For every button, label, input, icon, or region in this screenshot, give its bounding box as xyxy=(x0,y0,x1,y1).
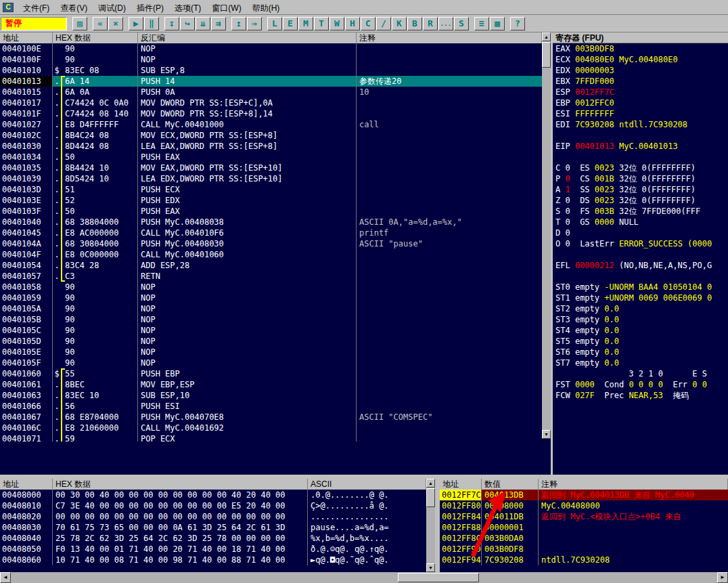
register-row[interactable]: Z 0 DS 0023 32位 0(FFFFFFFF) xyxy=(553,195,728,206)
register-row[interactable]: ST7 empty 0.0 xyxy=(553,358,728,368)
disasm-row[interactable]: 00401066.56PUSH ESI xyxy=(0,401,542,412)
disasm-row[interactable]: 00401071.59POP ECX xyxy=(0,433,542,441)
register-row[interactable]: EFL 00000212 (NO,NB,NE,A,NS,PO,G xyxy=(553,260,728,271)
dump-row[interactable]: 00408010C7 3E 40 00 00 00 00 00 00 00 00… xyxy=(0,500,426,511)
step-over-button[interactable]: ↪ xyxy=(180,17,195,30)
disasm-row[interactable]: 0040103D.51PUSH ECX xyxy=(0,184,542,195)
menu-item-file[interactable]: 文件(F) xyxy=(18,0,55,14)
disasm-row[interactable]: 00401054.83C4 28ADD ESP,28 xyxy=(0,260,542,271)
view-run-trace-button[interactable]: ... xyxy=(438,17,453,30)
disasm-row[interactable]: 0040101F.C74424 08 140MOV DWORD PTR SS:[… xyxy=(0,108,542,119)
menu-item-help[interactable]: 帮助(H) xyxy=(247,0,286,14)
scroll-down-button[interactable]: ▼ xyxy=(426,563,435,572)
disasm-row[interactable]: 00401027.E8 D4FFFFFFCALL MyC.00401000cal… xyxy=(0,119,542,130)
horizontal-scrollbar-thumb[interactable] xyxy=(398,573,479,582)
view-executables-button[interactable]: E xyxy=(283,17,298,30)
bottom-splitter[interactable] xyxy=(435,479,440,572)
view-log-button[interactable]: L xyxy=(267,17,282,30)
disasm-row[interactable]: 0040104A.68 30804000PUSH MyC.00408030ASC… xyxy=(0,238,542,249)
register-row[interactable]: T 0 GS 0000 NULL xyxy=(553,217,728,228)
disasm-row[interactable]: 00401057.C3RETN xyxy=(0,271,542,282)
register-row[interactable]: P 0 CS 001B 32位 0(FFFFFFFF) xyxy=(553,173,728,184)
register-row[interactable]: D 0 xyxy=(553,228,728,238)
open-button[interactable]: ▤ xyxy=(72,17,87,30)
disasm-row[interactable]: 0040105E90NOP xyxy=(0,347,542,358)
scroll-left-button[interactable]: ◄ xyxy=(0,572,11,583)
horizontal-scrollbar[interactable]: ◄ ► xyxy=(0,572,728,583)
close-button[interactable]: × xyxy=(108,17,123,30)
dump-row[interactable]: 0040804025 78 2C 62 3D 25 64 2C 62 3D 25… xyxy=(0,533,426,544)
disasm-row[interactable]: 00401017.C74424 0C 0A0MOV DWORD PTR SS:[… xyxy=(0,98,542,108)
menu-item-view[interactable]: 查看(V) xyxy=(55,0,93,14)
register-row[interactable]: ESI FFFFFFFF xyxy=(553,108,728,119)
view-call-stack-button[interactable]: K xyxy=(392,17,407,30)
dump-row[interactable]: 0040806010 71 40 00 08 71 40 00 98 71 40… xyxy=(0,555,426,565)
view-breakpoints-button[interactable]: B xyxy=(407,17,422,30)
disasm-row[interactable]: 0040100E90NOP xyxy=(0,43,542,54)
disasm-row[interactable]: 00401030.8D4424 08LEA EAX,DWORD PTR SS:[… xyxy=(0,141,542,152)
disasm-row[interactable]: 0040105990NOP xyxy=(0,293,542,303)
disasm-row[interactable]: 00401010$83EC 08SUB ESP,8 xyxy=(0,65,542,76)
until-return-button[interactable]: ↥ xyxy=(231,17,246,30)
disasm-row[interactable]: 00401035.8B4424 10MOV EAX,DWORD PTR SS:[… xyxy=(0,163,542,173)
view-source-button[interactable]: S xyxy=(454,17,469,30)
scroll-down-button[interactable]: ▼ xyxy=(542,430,551,439)
menu-item-window[interactable]: 窗口(W) xyxy=(206,0,246,14)
register-row[interactable]: EDX 00000003 xyxy=(553,65,728,76)
disasm-row[interactable]: 0040103F.50PUSH EAX xyxy=(0,206,542,217)
disasm-row[interactable]: 00401015.6A 0APUSH 0A10 xyxy=(0,87,542,98)
windows-list-button[interactable]: ▦ xyxy=(490,17,505,30)
register-row[interactable]: ST4 empty 0.0 xyxy=(553,325,728,336)
stack-row[interactable]: 0012FF8000408000MyC.00408000 xyxy=(440,500,728,511)
register-row[interactable]: S 0 FS 003B 32位 7FFDE000(FFF xyxy=(553,206,728,217)
disasm-row[interactable]: 0040103E.52PUSH EDX xyxy=(0,195,542,206)
register-row[interactable]: EDI 7C930208 ntdll.7C930208 xyxy=(553,119,728,130)
disasm-row[interactable]: 0040105A90NOP xyxy=(0,303,542,314)
stack-row[interactable]: 0012FF8800000001 xyxy=(440,522,728,533)
stack-row[interactable]: 0012FF84004011DB返回到 MyC.<模块入口点>+0B4 来自 xyxy=(440,511,728,522)
view-references-button[interactable]: R xyxy=(423,17,438,30)
dump-row[interactable]: 00408050F0 13 40 00 01 71 40 00 20 71 40… xyxy=(0,544,426,555)
disasm-row[interactable]: 00401039.8D5424 10LEA EDX,DWORD PTR SS:[… xyxy=(0,173,542,184)
disasm-row[interactable]: 0040102C.8B4C24 08MOV ECX,DWORD PTR SS:[… xyxy=(0,130,542,141)
disasm-row[interactable]: 0040105F90NOP xyxy=(0,358,542,368)
register-row[interactable]: EIP 00401013 MyC.00401013 xyxy=(553,141,728,152)
disasm-row[interactable]: 0040100F90NOP xyxy=(0,54,542,65)
register-row[interactable]: ST3 empty 0.0 xyxy=(553,314,728,325)
step-into-button[interactable]: ↧ xyxy=(164,17,179,30)
register-row[interactable]: EBX 7FFDF000 xyxy=(553,76,728,87)
dump-row[interactable]: 0040803070 61 75 73 65 00 00 00 0A 61 3D… xyxy=(0,522,426,533)
register-row[interactable]: ECX 004080E0 MyC.004080E0 xyxy=(553,54,728,65)
appearance-button[interactable]: ≡ xyxy=(474,17,489,30)
menu-item-debug[interactable]: 调试(D) xyxy=(93,0,131,14)
scroll-right-button[interactable]: ► xyxy=(717,572,728,583)
disasm-row[interactable]: 00401040.68 38804000PUSH MyC.00408038ASC… xyxy=(0,217,542,228)
stack-row[interactable]: 0012FF7C004013DB返回到 MyC.004013DB 来自 MyC.… xyxy=(440,490,728,500)
help-button[interactable]: ? xyxy=(510,17,525,30)
goto-button[interactable]: ⇒ xyxy=(247,17,262,30)
disasm-row[interactable]: 0040105890NOP xyxy=(0,282,542,293)
stack-row[interactable]: 0012FF8C003B0DA0 xyxy=(440,533,728,544)
disasm-row[interactable]: 00401063.83EC 10SUB ESP,10 xyxy=(0,390,542,401)
animate-over-button[interactable]: ⇉ xyxy=(211,17,226,30)
stack-row[interactable]: 0012FF90003B0DF8 xyxy=(440,544,728,555)
disasm-row[interactable]: 0040104F.E8 0C000000CALL MyC.00401060 xyxy=(0,249,542,260)
run-button[interactable]: ▶ xyxy=(129,17,143,30)
disasm-row[interactable]: 00401061.8BECMOV EBP,ESP xyxy=(0,379,542,390)
dump-scrollbar[interactable]: ▲ ▼ xyxy=(426,479,435,572)
restart-button[interactable]: « xyxy=(93,17,108,30)
scroll-up-button[interactable]: ▲ xyxy=(426,479,435,488)
register-row[interactable]: FCW 027F Prec NEAR,53 掩码 xyxy=(553,390,728,401)
register-row[interactable]: C 0 ES 0023 32位 0(FFFFFFFF) xyxy=(553,163,728,173)
view-handles-button[interactable]: H xyxy=(345,17,360,30)
register-row[interactable]: EBP 0012FFC0 xyxy=(553,98,728,108)
pause-button[interactable]: ‖ xyxy=(144,17,159,30)
view-windows-button[interactable]: W xyxy=(329,17,344,30)
stack-row[interactable]: 0012FF947C930208ntdll.7C930208 xyxy=(440,555,728,565)
register-row[interactable]: ST6 empty 0.0 xyxy=(553,347,728,358)
register-row[interactable]: A 1 SS 0023 32位 0(FFFFFFFF) xyxy=(553,184,728,195)
disasm-row[interactable]: 00401045.E8 AC000000CALL MyC.004010F6pri… xyxy=(0,228,542,238)
view-memory-button[interactable]: M xyxy=(298,17,313,30)
disasm-row[interactable]: 0040105C90NOP xyxy=(0,325,542,336)
menu-item-options[interactable]: 选项(T) xyxy=(169,0,206,14)
